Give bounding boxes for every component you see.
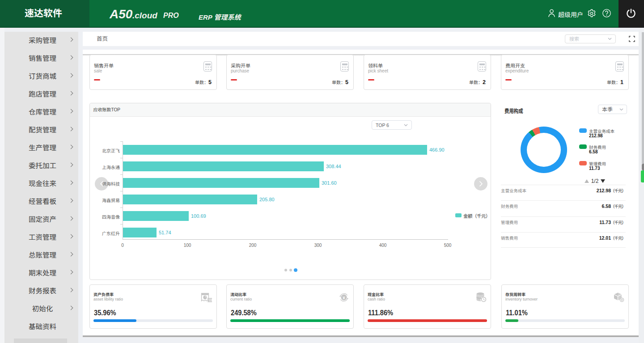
svg-text:¥: ¥ (343, 295, 345, 300)
